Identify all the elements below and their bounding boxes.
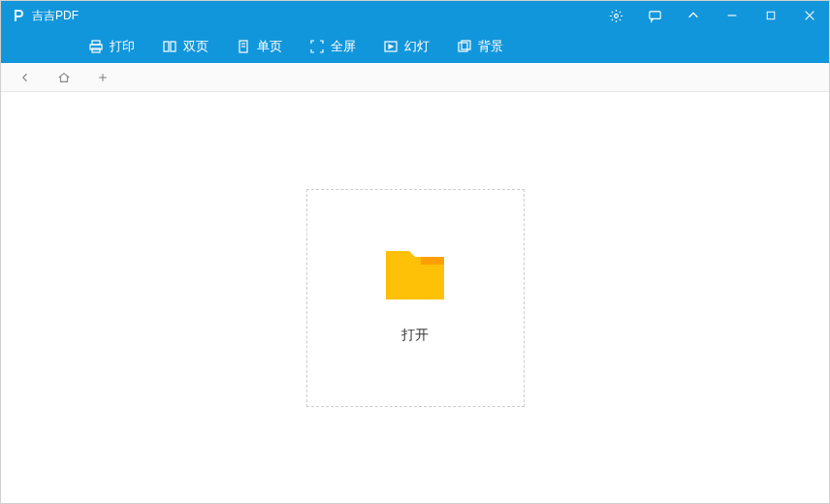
single-page-icon (236, 39, 251, 54)
svg-rect-9 (164, 42, 169, 51)
open-label: 打开 (401, 327, 429, 344)
double-page-icon (162, 39, 177, 54)
fullscreen-label: 全屏 (331, 38, 356, 55)
chat-icon (648, 9, 662, 23)
svg-point-0 (614, 14, 618, 17)
background-icon (457, 39, 472, 54)
app-logo-icon (11, 8, 26, 23)
svg-rect-20 (421, 257, 444, 265)
close-icon (803, 9, 816, 22)
feedback-button[interactable] (635, 1, 674, 30)
tabbar (1, 63, 829, 92)
titlebar: 吉吉PDF (1, 1, 829, 30)
home-icon (57, 71, 71, 84)
chevron-left-icon (19, 72, 31, 83)
double-page-button[interactable]: 双页 (162, 38, 208, 55)
maximize-button[interactable] (751, 1, 790, 30)
folder-icon (386, 251, 444, 299)
close-button[interactable] (790, 1, 829, 30)
double-page-label: 双页 (183, 38, 208, 55)
single-page-label: 单页 (257, 38, 282, 55)
background-button[interactable]: 背景 (457, 38, 503, 55)
print-button[interactable]: 打印 (88, 38, 135, 55)
print-icon (88, 39, 104, 54)
minimize-icon (725, 9, 739, 22)
settings-button[interactable] (596, 1, 635, 30)
content-area: 打开 (1, 92, 829, 503)
collapse-button[interactable] (674, 1, 713, 30)
plus-icon (97, 72, 109, 83)
background-label: 背景 (478, 38, 503, 55)
svg-rect-15 (459, 43, 467, 51)
slideshow-button[interactable]: 幻灯 (383, 38, 430, 55)
svg-rect-16 (462, 41, 470, 49)
svg-rect-3 (767, 12, 775, 19)
single-page-button[interactable]: 单页 (236, 38, 282, 55)
app-title: 吉吉PDF (32, 8, 79, 24)
chevron-up-icon (686, 9, 700, 22)
svg-rect-8 (92, 48, 100, 52)
fullscreen-button[interactable]: 全屏 (309, 38, 356, 55)
slideshow-label: 幻灯 (404, 38, 430, 55)
new-tab-button[interactable] (93, 68, 112, 87)
fullscreen-icon (309, 39, 325, 54)
svg-rect-10 (171, 42, 176, 51)
home-button[interactable] (54, 68, 74, 87)
app-window: 吉吉PDF 打印 (0, 0, 830, 504)
back-button[interactable] (16, 68, 35, 87)
toolbar: 打印 双页 单页 全屏 幻灯 背景 (1, 30, 829, 63)
minimize-button[interactable] (713, 1, 751, 30)
app-logo: 吉吉PDF (11, 8, 79, 24)
slideshow-icon (383, 39, 399, 54)
window-controls (596, 1, 829, 30)
maximize-icon (765, 10, 777, 21)
gear-icon (609, 9, 623, 23)
svg-rect-1 (649, 11, 659, 18)
open-file-box[interactable]: 打开 (306, 189, 525, 407)
print-label: 打印 (110, 38, 135, 55)
